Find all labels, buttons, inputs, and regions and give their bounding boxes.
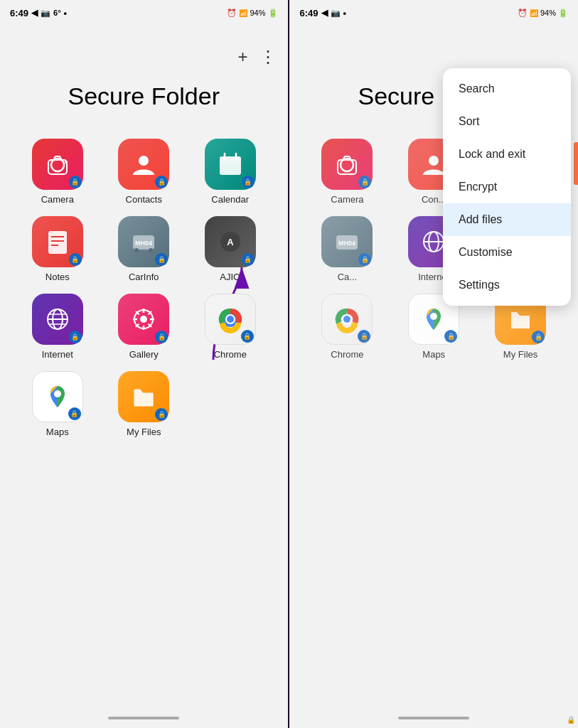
chrome-label-left: Chrome [214,349,247,360]
camera-label-right: Camera [331,194,363,205]
corner-badge: 🔒 [567,716,575,724]
temp-icon: 6° [53,9,61,17]
lock-badge-contacts: 🔒 [155,176,168,188]
lock-badge-maps: 🔒 [68,407,81,420]
add-button-left[interactable]: + [237,47,247,67]
lock-badge-calendar: 🔒 [242,176,255,188]
battery-right: 94% [540,9,556,17]
dot-left: • [64,8,68,18]
app-ajio-left[interactable]: A 🔒 AJIO [190,216,271,282]
status-icons-left: ⏰ 📶 94% 🔋 [227,9,277,18]
svg-text:MH04: MH04 [338,240,355,247]
clock-icon-r: ⏰ [518,9,528,18]
menu-search[interactable]: Search [443,73,571,105]
app-gallery-left[interactable]: 🔒 Gallery [104,294,185,360]
svg-text:A: A [227,237,234,247]
maps-label-right: Maps [422,349,445,360]
lock-badge-gallery: 🔒 [155,331,168,343]
status-icons-right: ⏰ 📶 94% 🔋 [518,9,568,18]
svg-point-15 [134,248,139,252]
arrow-icon-right: ◀ [321,8,328,18]
time-right: 6:49 [299,8,318,18]
app-contacts-left[interactable]: 🔒 Contacts [104,139,185,205]
left-content: Secure Folder + ⋮ [0,26,288,708]
carinfo-label-right: Ca... [338,272,357,282]
calendar-icon-left: 🔒 [205,139,256,190]
notes-label-left: Notes [46,272,70,282]
battery-icon-left: 🔋 [268,9,278,18]
svg-point-38 [54,390,61,397]
lock-badge-chrome-r: 🔒 [358,330,370,343]
maps-label-left: Maps [46,427,69,437]
app-chrome-left[interactable]: 🔒 Chrome [190,294,271,360]
app-carinfo-right[interactable]: MH04 🔒 Ca... [306,216,387,282]
lock-badge-notes: 🔒 [69,253,82,266]
app-calendar-left[interactable]: 🔒 Calendar [190,139,271,205]
menu-add-files[interactable]: Add files [443,203,571,236]
menu-encrypt[interactable]: Encrypt [443,171,571,203]
chrome-icon-right: 🔒 [321,294,373,345]
lock-badge: 🔒 [69,176,82,188]
home-indicator-left [108,717,179,719]
app-maps-left[interactable]: 🔒 Maps [17,371,98,437]
chrome-label-right: Chrome [331,349,363,360]
menu-settings[interactable]: Settings [443,269,571,301]
ajio-label-left: AJIO [220,272,240,282]
myfiles-label-right: My Files [503,349,537,360]
menu-sort[interactable]: Sort [443,105,571,138]
svg-point-4 [139,156,149,166]
bottom-bar-left [0,708,288,728]
camera-icon-right: 🔒 [321,139,373,190]
instagram-icon: 📷 [41,9,50,18]
myfiles-icon-left: 🔒 [118,371,169,422]
svg-rect-9 [48,231,67,254]
myfiles-label-left: My Files [127,427,161,437]
camera-label-left: Camera [41,194,74,205]
lock-badge-myfiles: 🔒 [155,408,168,421]
instagram-icon-r: 📷 [331,9,341,18]
svg-point-59 [343,316,350,323]
left-title: Secure Folder [11,82,277,110]
lock-badge-carinfo-r: 🔒 [358,253,371,266]
app-internet-left[interactable]: 🔒 Internet [17,294,98,360]
ajio-icon-left: A 🔒 [205,216,256,267]
left-app-grid: 🔒 Camera 🔒 Contacts [11,139,277,437]
app-myfiles-left[interactable]: 🔒 My Files [104,371,185,437]
svg-rect-6 [220,156,241,164]
svg-point-3 [65,161,68,164]
status-time-left: 6:49 ◀ 📷 6° • [10,8,67,18]
status-bar-right: 6:49 ◀ 📷 • ⏰ 📶 94% 🔋 [289,0,578,26]
status-bar-left: 6:49 ◀ 📷 6° • ⏰ 📶 94% 🔋 [0,0,288,26]
more-button-left[interactable]: ⋮ [259,47,277,67]
app-carinfo-left[interactable]: MH04 🔒 CarInfo [104,216,185,282]
left-panel: 6:49 ◀ 📷 6° • ⏰ 📶 94% 🔋 Secure Folder + … [0,0,288,728]
arrow-icon-left: ◀ [31,8,38,18]
carinfo-icon-left: MH04 🔒 [118,216,169,267]
lock-badge-ajio: 🔒 [242,253,255,266]
app-notes-left[interactable]: 🔒 Notes [17,216,98,282]
svg-point-41 [429,156,439,166]
contacts-icon-left: 🔒 [118,139,169,190]
contacts-label-left: Contacts [126,194,162,205]
menu-lock-exit[interactable]: Lock and exit [443,138,571,171]
status-time-right: 6:49 ◀ 📷 • [299,8,346,18]
gallery-label-left: Gallery [129,349,159,360]
battery-left: 94% [250,9,265,17]
lock-badge-maps-r: 🔒 [444,330,457,343]
menu-customise[interactable]: Customise [443,236,571,269]
lock-badge-carinfo: 🔒 [155,253,168,266]
maps-icon-left: 🔒 [32,371,83,422]
app-camera-right[interactable]: 🔒 Camera [306,139,387,205]
gallery-icon-left: 🔒 [118,294,169,345]
camera-icon-left: 🔒 [32,139,83,190]
bottom-bar-right: 🔒 [289,708,578,728]
left-toolbar: + ⋮ [237,47,276,67]
signal-icon: 📶 [239,9,247,17]
app-chrome-right[interactable]: 🔒 Chrome [306,294,387,360]
right-content: Secure Folder Search Sort Lock and exit … [289,26,578,708]
dot-right: • [343,8,347,18]
svg-point-60 [430,313,437,320]
svg-point-25 [140,316,147,323]
app-camera-left[interactable]: 🔒 Camera [17,139,98,205]
lock-badge-r: 🔒 [358,176,371,188]
